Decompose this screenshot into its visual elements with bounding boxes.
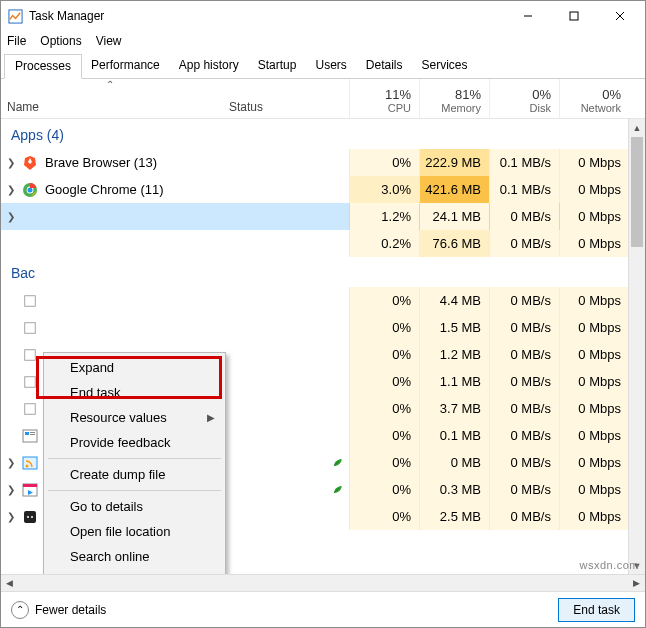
cell-cpu: 0.2%	[349, 230, 419, 257]
cell-disk: 0 MB/s	[489, 341, 559, 368]
col-header-cpu[interactable]: 11%CPU	[349, 79, 419, 118]
col-header-memory[interactable]: 81%Memory	[419, 79, 489, 118]
cell-network: 0 Mbps	[559, 449, 629, 476]
menu-item-create-dump-file[interactable]: Create dump file	[46, 462, 223, 487]
menu-separator	[48, 458, 221, 459]
grid-body[interactable]: Apps (4)❯Brave Browser (13)0%222.9 MB0.1…	[1, 119, 645, 574]
cell-network: 0 Mbps	[559, 149, 629, 176]
cell-disk: 0 MB/s	[489, 476, 559, 503]
tab-performance[interactable]: Performance	[81, 53, 170, 78]
cell-status	[223, 449, 349, 476]
gaming-icon	[22, 509, 38, 525]
svg-rect-12	[25, 403, 36, 414]
maximize-button[interactable]	[551, 1, 597, 31]
cell-name: ❯Brave Browser (13)	[1, 149, 223, 176]
expand-icon[interactable]: ❯	[5, 184, 17, 195]
cell-memory: 76.6 MB	[419, 230, 489, 257]
tab-details[interactable]: Details	[356, 53, 413, 78]
col-header-status[interactable]: Status	[223, 79, 349, 118]
svg-rect-11	[25, 376, 36, 387]
cell-network: 0 Mbps	[559, 422, 629, 449]
cell-network: 0 Mbps	[559, 176, 629, 203]
process-row[interactable]: 0.2%76.6 MB0 MB/s0 Mbps	[1, 230, 645, 257]
tab-users[interactable]: Users	[305, 53, 356, 78]
tab-app-history[interactable]: App history	[169, 53, 249, 78]
svg-rect-2	[570, 12, 578, 20]
menu-item-go-to-details[interactable]: Go to details	[46, 494, 223, 519]
cell-cpu: 0%	[349, 368, 419, 395]
svg-point-23	[27, 516, 29, 518]
generic-icon	[22, 374, 38, 390]
svg-rect-9	[25, 322, 36, 333]
fewer-details-button[interactable]: ⌃ Fewer details	[11, 601, 558, 619]
tab-processes[interactable]: Processes	[4, 54, 82, 79]
menu-options[interactable]: Options	[40, 34, 81, 48]
expand-icon[interactable]: ❯	[5, 484, 17, 495]
generic-icon	[22, 347, 38, 363]
menu-separator	[48, 490, 221, 491]
cell-status	[223, 341, 349, 368]
expand-icon[interactable]: ❯	[5, 457, 17, 468]
cell-memory: 0 MB	[419, 449, 489, 476]
films-icon	[22, 482, 38, 498]
blank-icon	[22, 209, 38, 225]
expand-icon[interactable]: ❯	[5, 211, 17, 222]
cell-status	[223, 503, 349, 530]
brave-icon	[22, 155, 38, 171]
menu-item-resource-values[interactable]: Resource values▶	[46, 405, 223, 430]
col-header-network[interactable]: 0%Network	[559, 79, 629, 118]
expand-icon[interactable]: ❯	[5, 511, 17, 522]
cell-name: ❯Google Chrome (11)	[1, 176, 223, 203]
menu-item-provide-feedback[interactable]: Provide feedback	[46, 430, 223, 455]
process-name: Google Chrome (11)	[45, 182, 164, 197]
process-row[interactable]: 0%4.4 MB0 MB/s0 Mbps	[1, 287, 645, 314]
tab-strip: Processes Performance App history Startu…	[1, 51, 645, 79]
cell-cpu: 0%	[349, 422, 419, 449]
cell-memory: 222.9 MB	[419, 149, 489, 176]
scroll-thumb[interactable]	[631, 137, 643, 247]
process-row[interactable]: ❯Google Chrome (11)3.0%421.6 MB0.1 MB/s0…	[1, 176, 645, 203]
close-button[interactable]	[597, 1, 643, 31]
process-row[interactable]: ❯Brave Browser (13)0%222.9 MB0.1 MB/s0 M…	[1, 149, 645, 176]
cell-cpu: 3.0%	[349, 176, 419, 203]
process-row[interactable]: ❯1.2%24.1 MB0 MB/s0 Mbps	[1, 203, 645, 230]
horizontal-scrollbar[interactable]: ◀ ▶	[1, 574, 645, 591]
cell-network: 0 Mbps	[559, 341, 629, 368]
tab-startup[interactable]: Startup	[248, 53, 307, 78]
window-title: Task Manager	[29, 9, 505, 23]
cell-cpu: 0%	[349, 449, 419, 476]
menu-item-properties[interactable]: Properties	[46, 569, 223, 574]
scroll-up-icon[interactable]: ▲	[629, 119, 645, 136]
menu-view[interactable]: View	[96, 34, 122, 48]
cell-cpu: 0%	[349, 314, 419, 341]
group-background: Bac	[1, 257, 645, 287]
cell-status	[223, 149, 349, 176]
menu-item-search-online[interactable]: Search online	[46, 544, 223, 569]
task-manager-window: Task Manager File Options View Processes…	[0, 0, 646, 628]
column-headers: Name Status 11%CPU 81%Memory 0%Disk 0%Ne…	[1, 79, 645, 119]
vertical-scrollbar[interactable]: ▲ ▼	[628, 119, 645, 574]
svg-rect-8	[25, 295, 36, 306]
footer: ⌃ Fewer details End task	[1, 591, 645, 627]
svg-rect-22	[24, 511, 36, 523]
cell-disk: 0.1 MB/s	[489, 176, 559, 203]
scroll-left-icon[interactable]: ◀	[1, 578, 18, 588]
generic-icon	[22, 320, 38, 336]
scroll-right-icon[interactable]: ▶	[628, 578, 645, 588]
menu-item-open-file-location[interactable]: Open file location	[46, 519, 223, 544]
titlebar: Task Manager	[1, 1, 645, 31]
menu-item-expand[interactable]: Expand	[46, 355, 223, 380]
sort-indicator-icon: ⌃	[106, 79, 114, 90]
tab-services[interactable]: Services	[412, 53, 478, 78]
expand-icon[interactable]: ❯	[5, 157, 17, 168]
col-header-disk[interactable]: 0%Disk	[489, 79, 559, 118]
svg-rect-20	[23, 484, 37, 487]
menu-item-end-task[interactable]: End task	[46, 380, 223, 405]
minimize-button[interactable]	[505, 1, 551, 31]
cell-status	[223, 368, 349, 395]
cell-network: 0 Mbps	[559, 230, 629, 257]
process-row[interactable]: 0%1.5 MB0 MB/s0 Mbps	[1, 314, 645, 341]
cell-name	[1, 314, 223, 341]
end-task-button[interactable]: End task	[558, 598, 635, 622]
menu-file[interactable]: File	[7, 34, 26, 48]
